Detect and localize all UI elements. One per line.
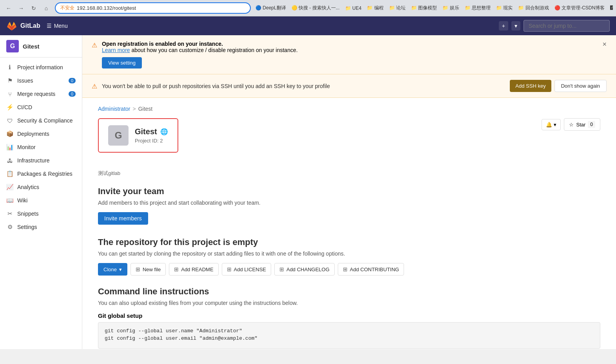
bookmark-forum[interactable]: 📁 论坛 — [388, 4, 407, 12]
info-icon: ℹ — [6, 64, 13, 71]
bookmark-think[interactable]: 📁 思想整理 — [463, 4, 492, 12]
bookmark-ent[interactable]: 📁 娱乐 — [441, 4, 460, 12]
alert-warning-icon: ⚠ — [92, 41, 97, 49]
project-header-actions: 🔔 ▾ ☆ Star 0 — [542, 118, 600, 131]
bookmark-search[interactable]: 🟡 快搜 - 搜索快人一... — [290, 4, 341, 12]
bookmark-coding[interactable]: 📁 编程 — [365, 4, 385, 12]
menu-toggle[interactable]: ☰ Menu — [47, 23, 68, 29]
sidebar-item-label: Merge requests — [17, 91, 55, 97]
monitor-icon: 📊 — [6, 144, 13, 151]
invite-members-button[interactable]: Invite members — [98, 212, 148, 225]
bookmark-aboutcg[interactable]: 🅰 ABOUTCG高端CG... — [609, 4, 613, 12]
issues-icon: ⚑ — [6, 77, 13, 84]
add-contributing-icon: ⊞ — [343, 266, 348, 272]
sidebar-item-security[interactable]: 🛡 Security & Compliance — [0, 114, 82, 127]
add-changelog-label: Add CHANGELOG — [286, 267, 330, 272]
add-license-button[interactable]: ⊞ Add LICENSE — [222, 263, 271, 276]
ssh-warning-banner: ⚠ You won't be able to pull or push repo… — [82, 74, 616, 98]
plus-button[interactable]: + — [499, 21, 508, 31]
settings-icon: ⚙ — [6, 223, 13, 231]
breadcrumb-project: Gitest — [138, 106, 153, 112]
bookmark-deepl[interactable]: 🔵 DeepL翻译 — [254, 4, 288, 12]
breadcrumb-admin[interactable]: Administrator — [98, 106, 130, 112]
star-button[interactable]: ☆ Star 0 — [564, 118, 600, 131]
view-setting-button[interactable]: View setting — [102, 57, 142, 68]
bookmark-game[interactable]: 📁 回合制游戏 — [516, 4, 550, 12]
wiki-icon: 📖 — [6, 197, 13, 204]
close-alert-button[interactable]: × — [602, 41, 607, 48]
sidebar-item-monitor[interactable]: 📊 Monitor — [0, 141, 82, 154]
git-setup-title: Git global setup — [98, 312, 600, 319]
bookmark-img[interactable]: 📁 图像模型 — [409, 4, 438, 12]
sidebar-item-wiki[interactable]: 📖 Wiki — [0, 194, 82, 207]
project-id: Project ID: 2 — [135, 138, 168, 144]
sidebar-item-label: Project information — [17, 64, 63, 70]
sidebar-item-label: Security & Compliance — [17, 117, 73, 124]
clone-button[interactable]: Clone ▾ — [98, 263, 127, 276]
add-changelog-icon: ⊞ — [279, 266, 284, 272]
sidebar-project-header: G Gitest — [0, 35, 82, 58]
sidebar-item-label: Deployments — [17, 131, 49, 137]
add-license-icon: ⊞ — [227, 266, 232, 272]
refresh-button[interactable]: ↻ — [28, 3, 39, 14]
dont-show-again-button[interactable]: Don't show again — [554, 80, 607, 92]
security-warning: 不安全 — [60, 5, 74, 11]
header-actions: + ▾ — [499, 20, 610, 32]
search-input[interactable] — [524, 20, 610, 32]
add-contributing-button[interactable]: ⊞ Add CONTRIBUTING — [338, 263, 404, 276]
sidebar-item-deployments[interactable]: 📦 Deployments — [0, 127, 82, 141]
alert-title-text: Open registration is enabled on your ins… — [102, 41, 223, 47]
sidebar-item-snippets[interactable]: ✂ Snippets — [0, 207, 82, 220]
bookmark-ue4[interactable]: 📁 UE4 — [344, 5, 363, 12]
breadcrumb: Administrator > Gitest — [98, 106, 600, 112]
bookmark-reality[interactable]: 📁 现实 — [495, 4, 514, 12]
notification-button[interactable]: 🔔 ▾ — [542, 119, 561, 130]
repo-action-buttons: Clone ▾ ⊞ New file ⊞ Add README ⊞ — [98, 263, 600, 276]
sidebar-item-cicd[interactable]: ⚡ CI/CD — [0, 101, 82, 114]
new-file-label: New file — [143, 267, 161, 272]
sidebar-project-name: Gitest — [23, 43, 40, 50]
alert-title: Open registration is enabled on your ins… — [102, 41, 598, 47]
learn-more-link[interactable]: Learn more — [102, 47, 130, 53]
sidebar-item-packages[interactable]: 📋 Packages & Registries — [0, 167, 82, 180]
sidebar-item-analytics[interactable]: 📈 Analytics — [0, 180, 82, 194]
sidebar-item-issues[interactable]: ⚑ Issues 0 — [0, 74, 82, 87]
gitlab-logo[interactable]: GitLab — [6, 20, 40, 31]
sidebar-item-project-information[interactable]: ℹ Project information — [0, 61, 82, 74]
menu-label: Menu — [54, 23, 68, 29]
sidebar-item-settings[interactable]: ⚙ Settings — [0, 220, 82, 234]
add-changelog-button[interactable]: ⊞ Add CHANGELOG — [274, 263, 335, 276]
chevron-button[interactable]: ▾ — [511, 21, 520, 31]
cicd-icon: ⚡ — [6, 104, 13, 111]
invite-section: Invite your team Add members to this pro… — [98, 186, 600, 225]
add-ssh-key-button[interactable]: Add SSH key — [510, 80, 551, 92]
project-name: Gitest — [135, 127, 157, 136]
star-count: 0 — [588, 121, 595, 128]
sidebar-item-merge-requests[interactable]: ⑂ Merge requests 0 — [0, 87, 82, 101]
sidebar-item-infrastructure[interactable]: 🖧 Infrastructure — [0, 154, 82, 167]
bookmark-csdn[interactable]: 🔴 文章管理-CSDN博客 — [553, 4, 606, 12]
new-file-button[interactable]: ⊞ New file — [130, 263, 166, 276]
star-icon: ☆ — [569, 122, 574, 128]
add-readme-button[interactable]: ⊞ Add README — [169, 263, 218, 276]
gitlab-app-name: GitLab — [20, 22, 40, 29]
sidebar-nav: ℹ Project information ⚑ Issues 0 ⑂ Merge… — [0, 58, 82, 237]
forward-button[interactable]: → — [16, 3, 27, 14]
star-label: Star — [576, 122, 585, 128]
ssh-warning-text: You won't be able to pull or push reposi… — [102, 83, 505, 89]
alert-text-container: Open registration is enabled on your ins… — [102, 41, 598, 68]
cmd-desc: You can also upload existing files from … — [98, 300, 600, 306]
deploy-icon: 📦 — [6, 130, 13, 137]
app-container: GitLab ☰ Menu + ▾ G Gitest ℹ Project inf… — [0, 16, 616, 349]
back-button[interactable]: ← — [3, 3, 14, 14]
address-text: 192.168.80.132/root/gitest — [77, 5, 136, 11]
invite-desc: Add members to this project and start co… — [98, 200, 600, 206]
repo-desc: You can get started by cloning the repos… — [98, 250, 600, 257]
merge-badge: 0 — [69, 91, 76, 97]
registration-alert: ⚠ Open registration is enabled on your i… — [82, 35, 616, 74]
address-bar[interactable]: 不安全 192.168.80.132/root/gitest — [55, 2, 251, 14]
alert-body: Learn more about how you can customize /… — [102, 47, 598, 53]
repo-title: The repository for this project is empty — [98, 237, 600, 247]
home-button[interactable]: ⌂ — [41, 3, 52, 14]
add-license-label: Add LICENSE — [234, 267, 266, 272]
